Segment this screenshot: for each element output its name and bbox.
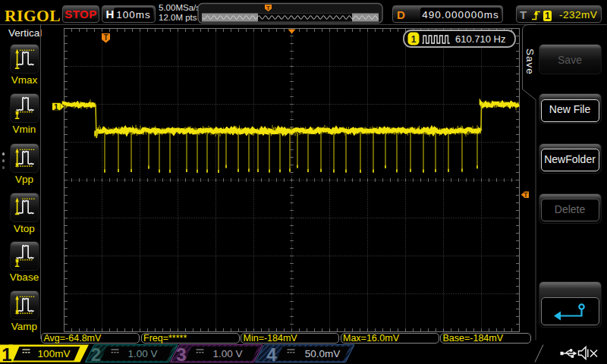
svg-text:1: 1 — [411, 34, 417, 45]
svg-text:1: 1 — [2, 344, 11, 364]
svg-text:4: 4 — [266, 344, 277, 364]
svg-text:1.00 V: 1.00 V — [127, 348, 157, 359]
svg-text:50.0mV: 50.0mV — [305, 348, 341, 359]
svg-text:610.710 Hz: 610.710 Hz — [455, 33, 506, 45]
svg-text:3: 3 — [176, 344, 186, 364]
svg-text:2: 2 — [91, 344, 101, 364]
svg-text:T: T — [103, 33, 108, 42]
svg-text:1: 1 — [54, 102, 58, 111]
svg-text:100mV: 100mV — [38, 348, 71, 359]
svg-text:1.00 V: 1.00 V — [212, 348, 242, 359]
svg-text:T: T — [524, 191, 528, 199]
